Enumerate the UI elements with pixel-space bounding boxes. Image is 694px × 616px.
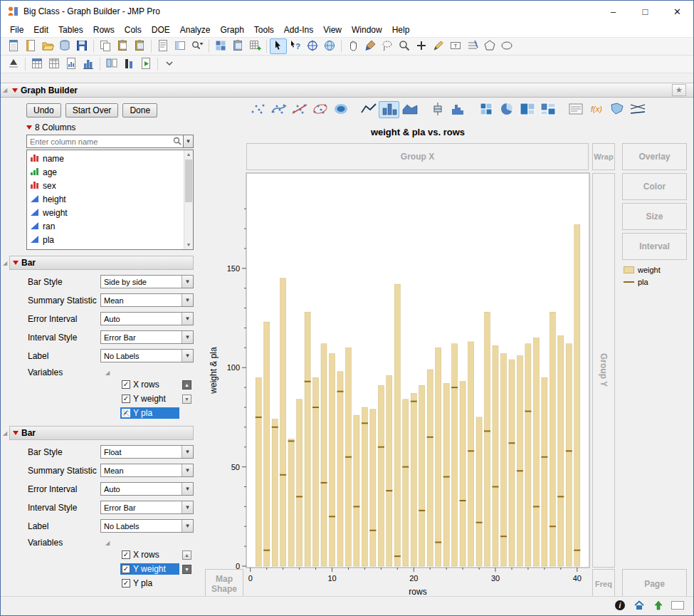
columns-red-triangle-icon[interactable] xyxy=(26,125,32,130)
graph-type-contour-button[interactable] xyxy=(330,101,351,118)
paste-button[interactable] xyxy=(114,38,131,54)
column-item-ran[interactable]: ran xyxy=(27,219,184,233)
bars-pair-button[interactable] xyxy=(120,56,137,72)
help-tool-button[interactable]: ? xyxy=(287,38,304,54)
overlay-drop-zone[interactable]: Overlay xyxy=(622,143,687,170)
red-triangle-menu-icon[interactable] xyxy=(12,88,18,93)
column-item-weight[interactable]: weight xyxy=(27,206,184,219)
menu-window[interactable]: Window xyxy=(347,24,387,36)
menu-tools[interactable]: Tools xyxy=(249,24,279,36)
graph-type-line-button[interactable] xyxy=(358,101,379,118)
close-button[interactable]: ✕ xyxy=(661,1,693,22)
group-x-drop-zone[interactable]: Group X xyxy=(246,143,589,170)
chevron-down-icon[interactable]: ▼ xyxy=(182,350,193,362)
collapse-triangle-icon[interactable]: ◢ xyxy=(1,430,9,437)
column-item-name[interactable]: name xyxy=(27,152,184,165)
column-item-age[interactable]: age xyxy=(27,165,184,179)
chevron-down-icon[interactable]: ▼ xyxy=(182,520,193,532)
move-up-button[interactable]: ▲ xyxy=(182,550,191,560)
layout-button[interactable] xyxy=(172,38,189,54)
grid-blue-button[interactable] xyxy=(28,56,46,72)
collapse-triangle-icon[interactable]: ◢ xyxy=(1,87,9,93)
plot-area[interactable]: 050100150010203040rowsweight & pla xyxy=(202,169,693,596)
graph-type-points-button[interactable] xyxy=(248,101,268,118)
database-button[interactable] xyxy=(56,38,73,54)
arrow-tool-button[interactable] xyxy=(270,38,287,54)
graph-type-treemap-button[interactable] xyxy=(517,101,537,118)
bar-section-header-1[interactable]: Bar xyxy=(9,256,194,270)
new-journal-button[interactable] xyxy=(22,38,39,54)
pencil-tool-button[interactable] xyxy=(430,38,447,54)
triangle-run-button[interactable] xyxy=(5,56,22,72)
graph-type-bar-button[interactable] xyxy=(379,101,399,118)
menu-tables[interactable]: Tables xyxy=(53,24,88,36)
menu-rows[interactable]: Rows xyxy=(88,24,120,36)
chevron-down-icon[interactable]: ▼ xyxy=(182,294,193,306)
variable-row-x-rows[interactable]: ✓X rows▲ xyxy=(120,377,202,392)
up-arrow-button[interactable] xyxy=(651,600,666,612)
variable-row-y-pla[interactable]: ✓Y pla▼ xyxy=(120,576,202,590)
menu-doe[interactable]: DOE xyxy=(147,24,175,36)
collapse-triangle-icon[interactable]: ◢ xyxy=(103,540,112,546)
script-run-button[interactable] xyxy=(137,56,154,72)
chevron-down-icon[interactable]: ▼ xyxy=(182,483,193,495)
menu-edit[interactable]: Edit xyxy=(28,24,53,36)
table-plus-button[interactable] xyxy=(246,38,263,54)
menu-help[interactable]: Help xyxy=(387,24,415,36)
minimize-button[interactable]: – xyxy=(597,1,629,22)
collapse-triangle-icon[interactable]: ◢ xyxy=(103,370,112,376)
lines-tool-button[interactable] xyxy=(464,38,481,54)
interval-style-dropdown[interactable]: Error Bar▼ xyxy=(100,501,194,514)
color-swatch-button[interactable] xyxy=(671,600,685,612)
checkbox-y-weight[interactable]: ✓ xyxy=(122,565,130,573)
graph-type-mosaic-button[interactable] xyxy=(537,101,558,118)
checkbox-x-rows[interactable]: ✓ xyxy=(122,550,130,559)
plus-tool-button[interactable] xyxy=(413,38,430,54)
graph-type-formula-button[interactable]: f(x) xyxy=(586,101,606,118)
page-chart-button[interactable] xyxy=(63,56,80,72)
clipboard-blue-button[interactable] xyxy=(229,38,246,54)
bar-section-header-2[interactable]: Bar xyxy=(9,426,194,440)
menu-file[interactable]: File xyxy=(5,24,28,36)
column-search-input[interactable] xyxy=(26,135,184,148)
menu-cols[interactable]: Cols xyxy=(120,24,147,36)
search-dropdown-button[interactable] xyxy=(189,38,206,54)
red-triangle-menu-icon[interactable] xyxy=(13,431,19,435)
variable-row-y-pla[interactable]: ✓Y pla▼ xyxy=(120,406,202,420)
collapse-triangle-icon[interactable]: ◢ xyxy=(1,260,9,266)
table-header-button[interactable] xyxy=(46,56,63,72)
label-dropdown[interactable]: No Labels▼ xyxy=(100,519,194,533)
undo-button[interactable]: Undo xyxy=(26,103,61,118)
variable-row-y-weight[interactable]: ✓Y weight▼ xyxy=(120,392,202,406)
crosshair-tool-button[interactable] xyxy=(304,38,321,54)
menu-analyze[interactable]: Analyze xyxy=(175,24,216,36)
scroll-up-icon[interactable]: ▲ xyxy=(184,150,193,159)
chevron-down-icon[interactable]: ▼ xyxy=(182,313,193,325)
done-button[interactable]: Done xyxy=(122,103,157,118)
maximize-button[interactable]: □ xyxy=(629,1,661,22)
globe-tool-button[interactable] xyxy=(321,38,338,54)
menu-graph[interactable]: Graph xyxy=(215,24,248,36)
error-interval-dropdown[interactable]: Auto▼ xyxy=(100,312,194,325)
chevron-down-button[interactable] xyxy=(161,56,178,72)
graph-type-pie-button[interactable] xyxy=(496,101,517,118)
checkbox-x-rows[interactable]: ✓ xyxy=(122,380,130,389)
graph-type-ellipse-button[interactable] xyxy=(310,101,330,118)
info-button[interactable]: i xyxy=(613,600,627,612)
save-button[interactable] xyxy=(73,38,90,54)
graph-type-histogram-button[interactable] xyxy=(448,101,468,118)
scroll-down-icon[interactable]: ▼ xyxy=(184,241,193,249)
new-data-table-button[interactable] xyxy=(5,38,22,54)
scrollbar-thumb[interactable] xyxy=(185,160,192,202)
graph-type-caption-box-button[interactable] xyxy=(565,101,586,118)
menu-add-ins[interactable]: Add-Ins xyxy=(279,24,318,36)
caption-tool-button[interactable]: T xyxy=(447,38,464,54)
copy-button[interactable] xyxy=(97,38,114,54)
checkbox-y-pla[interactable]: ✓ xyxy=(122,579,130,588)
open-button[interactable] xyxy=(39,38,56,54)
bookmark-star-icon[interactable]: ★ xyxy=(672,84,686,96)
chevron-down-icon[interactable]: ▼ xyxy=(182,464,193,476)
bar-style-dropdown[interactable]: Side by side▼ xyxy=(100,275,194,288)
graph-type-box-plot-button[interactable] xyxy=(427,101,448,118)
interval-style-dropdown[interactable]: Error Bar▼ xyxy=(100,330,194,344)
